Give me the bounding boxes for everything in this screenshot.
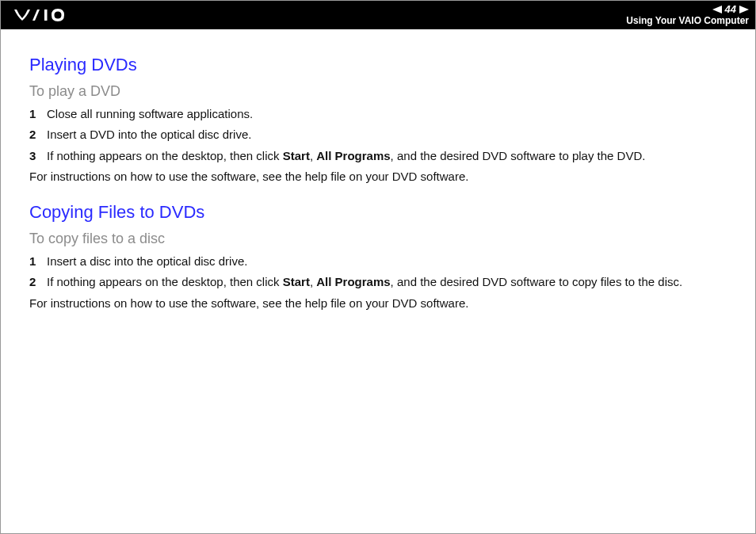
text-run: , and the desired DVD software to copy f… [391, 275, 683, 288]
vaio-logo-icon [10, 8, 80, 22]
step-text: Insert a disc into the optical disc driv… [47, 254, 727, 269]
page-number: 44 [725, 4, 736, 15]
list-item: 2 Insert a DVD into the optical disc dri… [29, 127, 727, 143]
text-run: , [310, 275, 316, 288]
step-text: If nothing appears on the desktop, then … [47, 274, 727, 290]
header-section-title: Using Your VAIO Computer [626, 16, 749, 26]
step-text: If nothing appears on the desktop, then … [47, 148, 727, 164]
heading-copying-files: Copying Files to DVDs [29, 202, 727, 223]
heading-playing-dvds: Playing DVDs [29, 55, 727, 75]
list-item: 1 Insert a disc into the optical disc dr… [29, 254, 727, 269]
step-number: 3 [29, 148, 47, 164]
nav-next-icon[interactable] [739, 6, 749, 13]
list-item: 1 Close all running software application… [29, 106, 727, 122]
step-number: 1 [29, 106, 47, 122]
page-content: Playing DVDs To play a DVD 1 Close all r… [1, 29, 755, 311]
subheading-to-copy-files: To copy files to a disc [29, 231, 727, 247]
step-list-playing: 1 Close all running software application… [29, 106, 727, 164]
bold-start: Start [283, 275, 310, 288]
text-run: If nothing appears on the desktop, then … [47, 149, 283, 162]
bold-all-programs: All Programs [316, 275, 390, 288]
text-run: If nothing appears on the desktop, then … [47, 275, 283, 288]
svg-rect-0 [44, 10, 48, 21]
list-item: 2 If nothing appears on the desktop, the… [29, 274, 727, 290]
svg-marker-1 [712, 6, 722, 13]
step-text: Insert a DVD into the optical disc drive… [47, 127, 727, 143]
page-header: 44 Using Your VAIO Computer [1, 1, 755, 29]
footer-note-playing: For instructions on how to use the softw… [29, 169, 727, 185]
step-number: 2 [29, 127, 47, 143]
subheading-to-play-a-dvd: To play a DVD [29, 83, 727, 100]
step-number: 1 [29, 254, 47, 269]
bold-all-programs: All Programs [316, 149, 390, 162]
bold-start: Start [283, 149, 310, 162]
text-run: , and the desired DVD software to play t… [391, 149, 646, 162]
list-item: 3 If nothing appears on the desktop, the… [29, 148, 727, 164]
step-text: Close all running software applications. [47, 106, 727, 122]
step-list-copying: 1 Insert a disc into the optical disc dr… [29, 254, 727, 291]
footer-note-copying: For instructions on how to use the softw… [29, 296, 727, 311]
text-run: , [310, 149, 316, 162]
nav-prev-icon[interactable] [712, 6, 722, 13]
svg-marker-2 [739, 6, 749, 13]
step-number: 2 [29, 274, 47, 290]
header-right: 44 Using Your VAIO Computer [626, 4, 749, 25]
